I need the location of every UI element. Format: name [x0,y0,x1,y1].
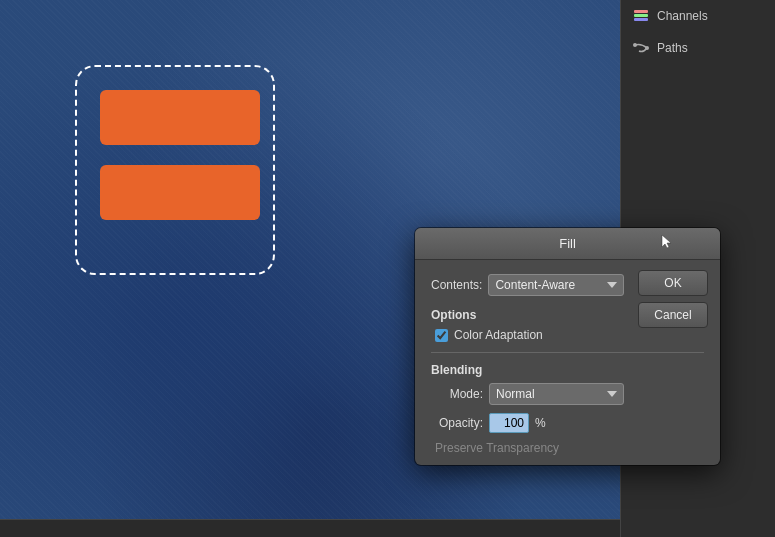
patch-top [100,90,260,145]
color-adaptation-checkbox[interactable] [435,329,448,342]
bottom-scrollbar[interactable] [0,519,620,537]
color-adaptation-row: Color Adaptation [431,328,624,342]
paths-label: Paths [657,41,688,55]
color-adaptation-label: Color Adaptation [454,328,543,342]
options-label: Options [431,308,624,322]
patch-bottom [100,165,260,220]
svg-point-4 [645,46,649,50]
fill-dialog: Fill Contents: Content-Aware Options Col… [415,228,720,465]
blending-label: Blending [431,363,624,377]
divider [431,352,704,353]
contents-label: Contents: [431,278,482,292]
svg-rect-0 [634,10,648,13]
ok-button[interactable]: OK [638,270,708,296]
dialog-buttons: OK Cancel [638,270,708,328]
dialog-title: Fill [559,236,576,251]
channels-icon [633,8,649,24]
cancel-button[interactable]: Cancel [638,302,708,328]
paths-icon [633,40,649,56]
svg-point-3 [633,43,637,47]
percent-label: % [535,416,546,430]
svg-rect-2 [634,18,648,21]
svg-rect-1 [634,14,648,17]
options-section: Options Color Adaptation [431,308,624,342]
opacity-label: Opacity: [431,416,483,430]
mode-row: Mode: Normal [431,383,624,405]
mode-label: Mode: [431,387,483,401]
opacity-row: Opacity: 100 % [431,413,624,433]
channels-label: Channels [657,9,708,23]
opacity-input[interactable]: 100 [489,413,529,433]
cursor-icon [660,234,672,250]
paths-tab[interactable]: Paths [621,32,775,64]
channels-tab[interactable]: Channels [621,0,775,32]
contents-row: Contents: Content-Aware [431,274,624,296]
blending-section: Blending Mode: Normal Opacity: 100 % Pre… [431,363,624,455]
dialog-titlebar: Fill [415,228,720,260]
preserve-transparency-label: Preserve Transparency [431,441,624,455]
mode-dropdown[interactable]: Normal [489,383,624,405]
contents-dropdown[interactable]: Content-Aware [488,274,624,296]
